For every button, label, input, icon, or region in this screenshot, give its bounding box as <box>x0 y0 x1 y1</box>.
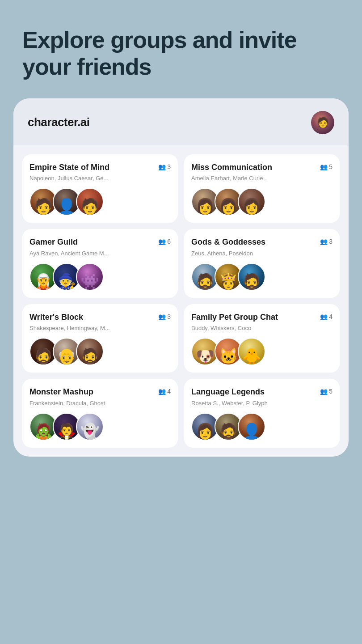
char-avatar-gamer-2: 👾 <box>76 263 104 291</box>
group-card-monster[interactable]: Monster Mashup👥 4Frankenstein, Dracula, … <box>22 379 178 448</box>
char-avatar-family-pet-2: 🐥 <box>238 338 265 365</box>
group-title-gods: Gods & Goddesses <box>191 237 316 247</box>
group-members-text-miss-comm: Amelia Earhart, Marie Curie... <box>191 175 333 182</box>
member-count-empire: 👥 3 <box>158 163 171 170</box>
avatar-face: 🧔 <box>77 339 103 364</box>
app-card: character.ai 🧑 Empire State of Mind👥 3Na… <box>13 98 349 457</box>
group-title-writers: Writer's Block <box>29 312 155 322</box>
member-count-miss-comm: 👥 5 <box>320 163 333 170</box>
group-members-text-gamer: Aya Raven, Ancient Game M... <box>29 250 171 257</box>
person-icon: 👥 <box>320 313 328 320</box>
count-number: 5 <box>329 388 333 395</box>
group-card-header-monster: Monster Mashup👥 4 <box>29 387 171 397</box>
avatar-face: 👻 <box>77 414 103 440</box>
group-card-header-miss-comm: Miss Communication👥 5 <box>191 162 333 173</box>
person-icon: 👥 <box>320 238 328 245</box>
count-number: 5 <box>329 163 333 170</box>
group-members-text-monster: Frankenstein, Dracula, Ghost <box>29 400 171 407</box>
person-icon: 👥 <box>320 388 328 395</box>
group-members-text-empire: Napoleon, Julius Caesar, Ge... <box>29 175 171 182</box>
person-icon: 👥 <box>158 313 166 320</box>
group-members-text-gods: Zeus, Athena, Poseidon <box>191 250 333 257</box>
group-card-header-writers: Writer's Block👥 3 <box>29 312 171 322</box>
group-card-header-empire: Empire State of Mind👥 3 <box>29 162 171 173</box>
char-avatar-language-2: 👤 <box>238 413 265 441</box>
avatars-row-miss-comm: 👩👩👩 <box>191 188 333 216</box>
group-title-family-pet: Family Pet Group Chat <box>191 312 316 322</box>
count-number: 3 <box>329 238 333 245</box>
avatars-row-writers: 🧔👴🧔 <box>29 338 171 365</box>
avatar-face: 🧔 <box>239 264 265 290</box>
group-card-family-pet[interactable]: Family Pet Group Chat👥 4Buddy, Whiskers,… <box>184 304 340 373</box>
person-icon: 👥 <box>158 238 166 245</box>
count-number: 3 <box>167 313 171 320</box>
avatars-row-gods: 🧔👸🧔 <box>191 263 333 291</box>
group-card-gamer[interactable]: Gamer Guild👥 6Aya Raven, Ancient Game M.… <box>22 229 178 298</box>
char-avatar-miss-comm-2: 👩 <box>238 188 265 216</box>
group-members-text-writers: Shakespeare, Hemingway, M... <box>29 325 171 331</box>
count-number: 4 <box>167 388 171 395</box>
group-card-header-gamer: Gamer Guild👥 6 <box>29 237 171 247</box>
group-title-gamer: Gamer Guild <box>29 237 155 247</box>
group-card-header-language: Language Legends👥 5 <box>191 387 333 397</box>
member-count-gods: 👥 3 <box>320 238 333 245</box>
count-number: 3 <box>167 163 171 170</box>
avatars-row-gamer: 🧝🧙👾 <box>29 263 171 291</box>
group-card-miss-comm[interactable]: Miss Communication👥 5Amelia Earhart, Mar… <box>184 154 340 223</box>
avatars-row-language: 👩🧔👤 <box>191 413 333 441</box>
person-icon: 👥 <box>158 163 166 170</box>
avatar-face: 👾 <box>77 264 103 290</box>
groups-grid: Empire State of Mind👥 3Napoleon, Julius … <box>13 145 349 457</box>
group-title-language: Language Legends <box>191 387 316 397</box>
group-title-empire: Empire State of Mind <box>29 162 155 173</box>
group-title-monster: Monster Mashup <box>29 387 155 397</box>
char-avatar-monster-2: 👻 <box>76 413 104 441</box>
avatar-face: 👩 <box>239 189 265 215</box>
avatars-row-family-pet: 🐶🐱🐥 <box>191 338 333 365</box>
hero-title: Explore groups and invite your friends <box>22 27 340 80</box>
group-card-header-gods: Gods & Goddesses👥 3 <box>191 237 333 247</box>
group-title-miss-comm: Miss Communication <box>191 162 316 173</box>
hero-section: Explore groups and invite your friends <box>0 0 362 98</box>
app-header: character.ai 🧑 <box>13 98 349 145</box>
char-avatar-gods-2: 🧔 <box>238 263 265 291</box>
group-card-writers[interactable]: Writer's Block👥 3Shakespeare, Hemingway,… <box>22 304 178 373</box>
group-card-gods[interactable]: Gods & Goddesses👥 3Zeus, Athena, Poseido… <box>184 229 340 298</box>
group-card-header-family-pet: Family Pet Group Chat👥 4 <box>191 312 333 322</box>
user-avatar[interactable]: 🧑 <box>311 111 334 134</box>
avatar-face: 🐥 <box>239 339 265 364</box>
avatar-face: 👤 <box>239 414 265 440</box>
char-avatar-empire-2: 🧑 <box>76 188 104 216</box>
member-count-monster: 👥 4 <box>158 388 171 395</box>
char-avatar-writers-2: 🧔 <box>76 338 104 365</box>
member-count-writers: 👥 3 <box>158 313 171 320</box>
group-members-text-language: Rosetta S., Webster, P. Glyph <box>191 400 333 407</box>
member-count-language: 👥 5 <box>320 388 333 395</box>
member-count-gamer: 👥 6 <box>158 238 171 245</box>
group-members-text-family-pet: Buddy, Whiskers, Coco <box>191 325 333 331</box>
count-number: 4 <box>329 313 333 320</box>
user-avatar-image: 🧑 <box>311 111 334 134</box>
avatar-face: 🧑 <box>77 189 103 215</box>
group-card-language[interactable]: Language Legends👥 5Rosetta S., Webster, … <box>184 379 340 448</box>
person-icon: 👥 <box>158 388 166 395</box>
avatars-row-empire: 🧑👤🧑 <box>29 188 171 216</box>
person-icon: 👥 <box>320 163 328 170</box>
group-card-empire[interactable]: Empire State of Mind👥 3Napoleon, Julius … <box>22 154 178 223</box>
member-count-family-pet: 👥 4 <box>320 313 333 320</box>
avatars-row-monster: 🧟🧛👻 <box>29 413 171 441</box>
app-logo: character.ai <box>28 115 90 129</box>
count-number: 6 <box>167 238 171 245</box>
